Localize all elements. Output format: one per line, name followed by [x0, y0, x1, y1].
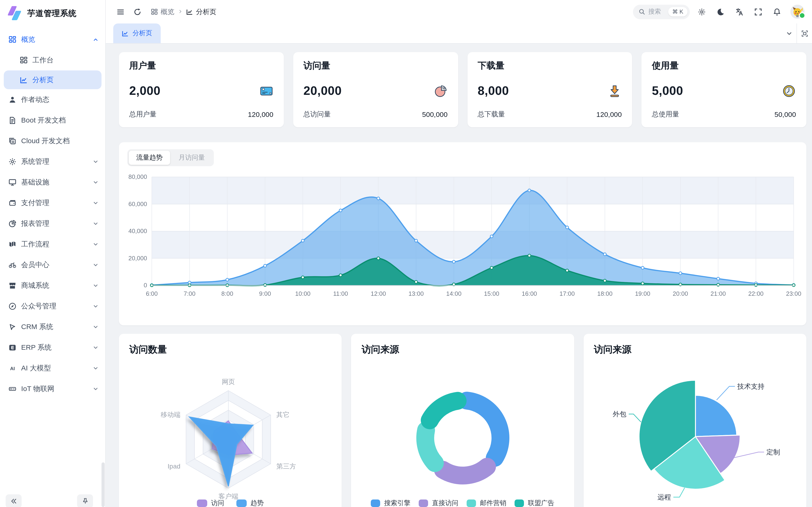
sidebar-item-system[interactable]: 系统管理	[0, 151, 105, 172]
x-axis-tick-label: 7:00	[184, 290, 196, 297]
sidebar-item-report[interactable]: 报表管理	[0, 213, 105, 234]
sidebar-item-workbench[interactable]: 工作台	[0, 50, 105, 70]
x-axis-tick-label: 12:00	[371, 290, 386, 297]
download-icon	[608, 84, 622, 98]
sidebar-item-workflow[interactable]: 工作流程	[0, 234, 105, 255]
app-window: 芋道管理系统 概览工作台分析页作者动态Boot 开发文档Cloud 开发文档系统…	[0, 0, 812, 507]
sidebar-item-author-news[interactable]: 作者动态	[0, 89, 105, 110]
breadcrumb-item[interactable]: 概览	[151, 7, 174, 16]
legend-item-3[interactable]: 联盟广告	[515, 499, 554, 507]
tab-analysis[interactable]: 分析页	[113, 23, 161, 43]
sidebar-item-infra[interactable]: 基础设施	[0, 172, 105, 192]
tab-list-dropdown-button[interactable]	[781, 23, 797, 43]
traffic-trend-area-chart[interactable]: 020,00040,00060,00080,0006:007:008:009:0…	[119, 167, 807, 322]
stat-value: 8,000	[478, 83, 509, 98]
x-axis-tick-label: 10:00	[295, 290, 310, 297]
sidebar-item-ai[interactable]: AIAI 大模型	[0, 358, 105, 378]
stat-value: 5,000	[652, 83, 683, 98]
x-axis-tick-label: 6:00	[146, 290, 158, 297]
sidebar-item-mall[interactable]: 商城系统	[0, 275, 105, 296]
legend-item-0[interactable]: 搜索引擎	[371, 499, 410, 507]
user-avatar[interactable]	[791, 5, 805, 19]
monitor-icon	[8, 178, 16, 186]
visit-source-donut-chart[interactable]	[351, 334, 574, 507]
notification-bell-button[interactable]	[770, 5, 784, 19]
ai-icon: AI	[8, 364, 16, 372]
sidebar-item-label: ERP 系统	[21, 343, 88, 352]
stat-value: 20,000	[304, 83, 342, 98]
radar-legend: 访问趋势	[119, 499, 342, 507]
visit-source-rose-pie-chart[interactable]: 技术支持定制远程外包	[583, 334, 806, 507]
chevron-down-icon	[93, 241, 99, 247]
grid-icon	[8, 36, 16, 44]
search-input[interactable]: 搜索 ⌘ K	[633, 4, 690, 19]
sidebar-item-overview[interactable]: 概览	[0, 29, 105, 50]
language-translate-button[interactable]	[732, 5, 746, 19]
breadcrumb-item[interactable]: 分析页	[186, 7, 216, 16]
legend-swatch	[371, 500, 380, 507]
sidebar-item-boot-docs[interactable]: Boot 开发文档	[0, 110, 105, 130]
search-placeholder: 搜索	[648, 7, 661, 16]
stat-title: 下载量	[478, 60, 622, 72]
compass-icon	[8, 302, 16, 310]
copy-icon	[8, 137, 16, 145]
y-axis-tick-label: 60,000	[128, 201, 147, 208]
x-axis-tick-label: 16:00	[522, 290, 537, 297]
legend-item-0[interactable]: 访问	[197, 499, 224, 507]
sidebar-item-member[interactable]: 会员中心	[0, 255, 105, 275]
hamburger-menu-button[interactable]	[113, 5, 128, 19]
online-status-dot	[799, 12, 805, 19]
legend-item-1[interactable]: 直接访问	[419, 499, 458, 507]
x-axis-tick-label: 18:00	[597, 290, 613, 297]
visit-source-donut-card: 访问来源 搜索引擎直接访问邮件营销联盟广告	[351, 334, 574, 507]
sidebar-item-erp[interactable]: ERP 系统	[0, 337, 105, 358]
sidebar-collapse-button[interactable]	[6, 494, 21, 507]
settings-gear-button[interactable]	[695, 5, 709, 19]
chevron-down-icon	[93, 324, 99, 330]
search-icon	[639, 8, 645, 15]
fullscreen-button[interactable]	[751, 5, 765, 19]
stat-footer-value: 120,000	[248, 110, 273, 118]
sidebar-pin-button[interactable]	[77, 494, 93, 507]
sidebar-item-crm[interactable]: CRM 系统	[0, 317, 105, 337]
stat-value: 2,000	[129, 83, 160, 98]
main-area: 概览分析页 搜索 ⌘ K	[106, 0, 812, 507]
chevron-down-icon	[93, 179, 99, 185]
app-logo-icon	[7, 5, 22, 21]
sidebar-item-mp[interactable]: 公众号管理	[0, 296, 105, 317]
x-axis-tick-label: 21:00	[711, 290, 726, 297]
legend-label: 联盟广告	[528, 499, 554, 507]
dark-mode-moon-button[interactable]	[713, 5, 727, 19]
sidebar-item-label: 公众号管理	[21, 301, 88, 311]
trend-tab-0[interactable]: 流量趋势	[129, 151, 170, 165]
refresh-button[interactable]	[130, 5, 144, 19]
pie-slice-label: 技术支持	[737, 383, 764, 390]
x-axis-tick-label: 15:00	[484, 290, 499, 297]
x-axis-tick-label: 23:00	[786, 290, 801, 297]
sidebar-item-label: CRM 系统	[21, 322, 88, 331]
grid-icon	[20, 56, 28, 64]
tab-bar-actions	[781, 23, 812, 43]
sidebar-item-label: 概览	[21, 35, 88, 44]
sidebar-scrollbar[interactable]	[101, 462, 105, 507]
legend-item-2[interactable]: 邮件营销	[467, 499, 506, 507]
sidebar-item-label: IoT 物联网	[21, 384, 88, 393]
sidebar-item-iot[interactable]: IoT 物联网	[0, 378, 105, 399]
flow-icon	[8, 240, 16, 248]
app-logo[interactable]: 芋道管理系统	[0, 0, 105, 26]
radar-axis-label: 其它	[276, 411, 290, 418]
header: 概览分析页 搜索 ⌘ K	[106, 0, 812, 23]
content-maximize-button[interactable]	[797, 23, 812, 43]
sidebar-item-label: 工作流程	[21, 240, 88, 248]
trend-tab-1[interactable]: 月访问量	[171, 151, 212, 165]
chart-icon	[186, 8, 193, 15]
sidebar-item-cloud-docs[interactable]: Cloud 开发文档	[0, 130, 105, 151]
bike-icon	[8, 261, 16, 269]
trend-tab-switch: 流量趋势月访问量	[128, 149, 214, 166]
sidebar-item-analysis[interactable]: 分析页	[4, 70, 101, 89]
visit-count-radar-chart[interactable]: 网页其它第三方客户端Ipad移动端	[119, 334, 342, 507]
legend-item-1[interactable]: 趋势	[236, 499, 264, 507]
sidebar-item-payment[interactable]: 支付管理	[0, 192, 105, 213]
stat-title: 使用量	[652, 60, 796, 72]
y-axis-tick-label: 80,000	[128, 173, 147, 180]
